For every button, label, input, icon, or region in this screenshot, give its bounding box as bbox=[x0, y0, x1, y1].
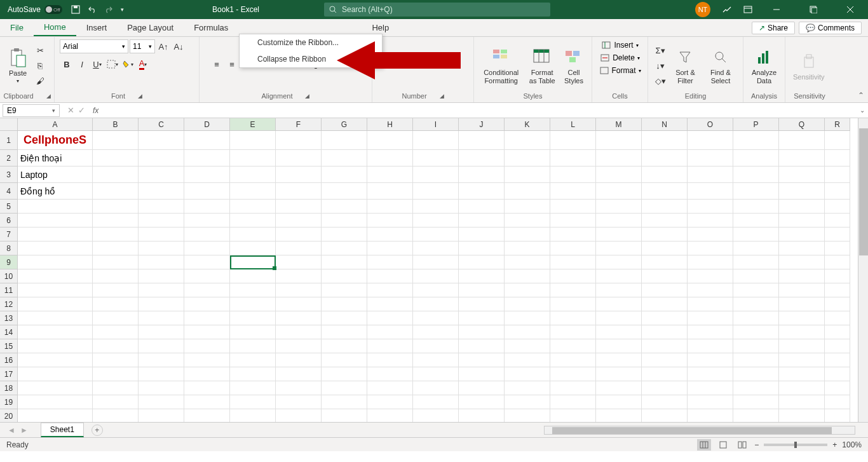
cell[interactable] bbox=[139, 283, 184, 297]
cell[interactable] bbox=[322, 214, 367, 228]
cell[interactable] bbox=[550, 339, 596, 353]
paste-button[interactable]: Paste ▾ bbox=[5, 46, 31, 85]
cell[interactable] bbox=[550, 297, 596, 311]
cell[interactable] bbox=[825, 269, 850, 283]
cell[interactable] bbox=[688, 269, 733, 283]
row-header[interactable]: 10 bbox=[0, 269, 18, 283]
cell[interactable] bbox=[93, 325, 139, 339]
cell[interactable] bbox=[779, 255, 825, 269]
cell[interactable] bbox=[459, 183, 505, 200]
row-header[interactable]: 4 bbox=[0, 183, 18, 200]
cell[interactable] bbox=[230, 395, 276, 409]
cell[interactable] bbox=[184, 166, 230, 183]
cell[interactable] bbox=[596, 409, 642, 422]
cell[interactable] bbox=[413, 367, 459, 381]
horizontal-scrollbar[interactable] bbox=[544, 426, 855, 435]
row-header[interactable]: 11 bbox=[0, 283, 18, 297]
cell[interactable] bbox=[550, 283, 596, 297]
cell[interactable] bbox=[18, 395, 93, 409]
cell[interactable] bbox=[322, 269, 367, 283]
cell[interactable] bbox=[505, 131, 550, 150]
qat-dropdown-icon[interactable]: ▾ bbox=[121, 6, 124, 13]
cell[interactable] bbox=[642, 339, 688, 353]
cell[interactable] bbox=[825, 353, 850, 367]
menu-collapse-ribbon[interactable]: Collapse the Ribbon bbox=[240, 51, 382, 67]
cell[interactable] bbox=[413, 409, 459, 422]
col-header[interactable]: C bbox=[139, 118, 184, 131]
cell[interactable] bbox=[139, 409, 184, 422]
cell[interactable] bbox=[550, 325, 596, 339]
comma-format-icon[interactable]: , bbox=[408, 57, 422, 71]
cell[interactable] bbox=[139, 183, 184, 200]
cell[interactable] bbox=[642, 353, 688, 367]
cell[interactable] bbox=[688, 166, 733, 183]
cell[interactable] bbox=[733, 131, 779, 150]
col-header[interactable]: A bbox=[18, 118, 93, 131]
cell[interactable] bbox=[779, 381, 825, 395]
cell[interactable] bbox=[779, 214, 825, 228]
cell[interactable] bbox=[230, 297, 276, 311]
cell[interactable] bbox=[596, 183, 642, 200]
cell[interactable] bbox=[505, 166, 550, 183]
cell[interactable] bbox=[276, 353, 322, 367]
undo-icon[interactable] bbox=[88, 5, 97, 14]
cell[interactable]: CellphoneS bbox=[18, 131, 93, 150]
add-sheet-button[interactable]: + bbox=[92, 425, 103, 436]
cell[interactable] bbox=[550, 269, 596, 283]
col-header[interactable]: H bbox=[367, 118, 413, 131]
cell[interactable] bbox=[779, 409, 825, 422]
copy-icon[interactable]: ⎘ bbox=[33, 59, 47, 73]
tab-insert[interactable]: Insert bbox=[76, 19, 118, 36]
cell[interactable] bbox=[18, 353, 93, 367]
analyze-data-button[interactable]: Analyze Data bbox=[749, 46, 780, 85]
cell[interactable] bbox=[733, 353, 779, 367]
cell[interactable] bbox=[550, 228, 596, 241]
cell[interactable] bbox=[322, 395, 367, 409]
cell[interactable] bbox=[184, 183, 230, 200]
cell[interactable] bbox=[322, 241, 367, 255]
cell[interactable] bbox=[230, 325, 276, 339]
cell[interactable] bbox=[550, 381, 596, 395]
cell[interactable] bbox=[733, 228, 779, 241]
cell[interactable] bbox=[642, 283, 688, 297]
cell[interactable] bbox=[733, 325, 779, 339]
cell[interactable] bbox=[642, 409, 688, 422]
number-launcher[interactable]: ◢ bbox=[440, 93, 444, 99]
col-header[interactable]: P bbox=[733, 118, 779, 131]
cell[interactable] bbox=[139, 297, 184, 311]
cell[interactable] bbox=[550, 131, 596, 150]
cell[interactable] bbox=[322, 228, 367, 241]
cell[interactable] bbox=[779, 353, 825, 367]
cell[interactable] bbox=[459, 228, 505, 241]
increase-font-icon[interactable]: A↑ bbox=[156, 39, 170, 53]
cell[interactable] bbox=[779, 228, 825, 241]
cell[interactable] bbox=[733, 395, 779, 409]
cell[interactable] bbox=[367, 339, 413, 353]
cell[interactable] bbox=[505, 241, 550, 255]
cell[interactable] bbox=[139, 339, 184, 353]
col-header[interactable]: J bbox=[459, 118, 505, 131]
cell[interactable] bbox=[825, 183, 850, 200]
fill-icon[interactable]: ↓▾ bbox=[653, 59, 667, 73]
cell[interactable] bbox=[93, 339, 139, 353]
cell[interactable] bbox=[184, 255, 230, 269]
cell[interactable] bbox=[459, 297, 505, 311]
cell[interactable] bbox=[18, 228, 93, 241]
cell[interactable]: Đồng hồ bbox=[18, 183, 93, 200]
row-header[interactable]: 8 bbox=[0, 241, 18, 255]
cell[interactable] bbox=[276, 325, 322, 339]
cell[interactable] bbox=[459, 283, 505, 297]
cell[interactable] bbox=[367, 311, 413, 325]
cell[interactable] bbox=[550, 409, 596, 422]
cell[interactable] bbox=[139, 353, 184, 367]
cell[interactable] bbox=[230, 353, 276, 367]
cell[interactable] bbox=[18, 200, 93, 214]
cell[interactable] bbox=[322, 297, 367, 311]
cell[interactable] bbox=[825, 339, 850, 353]
cell[interactable] bbox=[413, 150, 459, 166]
cell[interactable] bbox=[779, 150, 825, 166]
cell[interactable] bbox=[230, 131, 276, 150]
cell[interactable] bbox=[825, 150, 850, 166]
vertical-scrollbar[interactable] bbox=[858, 118, 868, 422]
cell[interactable] bbox=[139, 166, 184, 183]
